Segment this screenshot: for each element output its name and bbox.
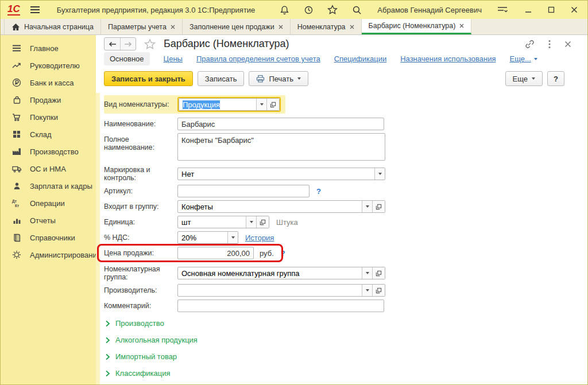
sidebar-item-glavnoe[interactable]: Главное bbox=[1, 40, 96, 57]
markirovka-input[interactable] bbox=[178, 168, 374, 180]
favorites-star-icon[interactable] bbox=[327, 4, 338, 15]
field-proizvoditel: Производитель: bbox=[104, 284, 587, 297]
truck-icon bbox=[11, 164, 22, 174]
section-proizvodstvo[interactable]: Производство bbox=[105, 319, 587, 328]
nav-link-ceny[interactable]: Цены bbox=[164, 55, 183, 63]
gear-icon bbox=[11, 250, 22, 260]
close-form-icon[interactable] bbox=[564, 41, 571, 48]
history-icon[interactable] bbox=[303, 4, 314, 15]
dropdown-icon[interactable] bbox=[362, 285, 372, 296]
field-nomenklaturnaya-gruppa: Номенклатурная группа: bbox=[104, 265, 587, 281]
sidebar-item-bank-i-kassa[interactable]: Банк и касса bbox=[1, 74, 96, 91]
service-menu-icon[interactable] bbox=[497, 4, 508, 15]
form-area: Барбарис (Номенклатура) Основное Цены bbox=[96, 35, 587, 384]
dropdown-icon[interactable] bbox=[227, 232, 238, 243]
field-markirovka: Маркировка и контроль: bbox=[104, 166, 587, 182]
istoriya-link[interactable]: История bbox=[245, 234, 274, 242]
tab-home[interactable]: Начальная страница bbox=[4, 19, 101, 34]
sidebar-item-spravochniki[interactable]: Справочники bbox=[1, 229, 96, 246]
nav-more-button[interactable]: Еще... bbox=[509, 55, 537, 63]
artikul-input[interactable] bbox=[177, 185, 310, 197]
kommentarij-input[interactable] bbox=[177, 300, 384, 312]
tab-nomenklatura[interactable]: Номенклатура bbox=[291, 19, 362, 34]
gruppa-input[interactable] bbox=[178, 201, 362, 212]
trend-chart-icon bbox=[11, 60, 22, 71]
nav-link-pravila-schetov[interactable]: Правила определения счетов учета bbox=[196, 55, 320, 63]
dt-kt-icon: ДтКт bbox=[11, 198, 22, 208]
help-button[interactable]: ? bbox=[547, 71, 564, 86]
dropdown-icon[interactable] bbox=[362, 267, 372, 279]
cena-prodazhi-input[interactable] bbox=[177, 247, 254, 259]
home-icon bbox=[11, 23, 20, 31]
open-icon[interactable] bbox=[372, 267, 385, 279]
close-tab-icon[interactable] bbox=[171, 25, 175, 29]
help-icon[interactable]: ? bbox=[281, 249, 285, 258]
section-alkogolnaya-produkciya[interactable]: Алкогольная продукция bbox=[105, 336, 587, 344]
save-and-close-button[interactable]: Записать и закрыть bbox=[104, 71, 193, 86]
tab-zapolnenie-cen[interactable]: Заполнение цен продажи bbox=[183, 19, 291, 34]
forward-button[interactable] bbox=[120, 38, 136, 50]
print-button[interactable]: Печать bbox=[249, 71, 308, 86]
minimize-icon[interactable] bbox=[522, 4, 535, 15]
sidebar-item-proizvodstvo[interactable]: Производство bbox=[1, 143, 96, 160]
highlighted-control: Продукция bbox=[177, 97, 281, 112]
ruble-circle-icon bbox=[11, 77, 22, 88]
close-tab-icon[interactable] bbox=[350, 25, 354, 29]
current-user[interactable]: Абрамов Геннадий Сергеевич bbox=[377, 6, 482, 14]
main-menu-icon[interactable] bbox=[29, 4, 41, 15]
section-importnyj-tovar[interactable]: Импортный товар bbox=[105, 352, 587, 361]
search-icon[interactable] bbox=[351, 4, 362, 15]
sidebar-item-operacii[interactable]: ДтКт Операции bbox=[1, 195, 96, 212]
chevron-down-icon bbox=[532, 77, 535, 80]
back-button[interactable] bbox=[105, 38, 120, 50]
open-icon[interactable] bbox=[372, 285, 385, 296]
sidebar-item-administrirovanie[interactable]: Администрирование bbox=[1, 246, 96, 263]
notifications-bell-icon[interactable] bbox=[278, 4, 290, 15]
chevron-down-icon bbox=[534, 58, 537, 60]
grid-squares-icon bbox=[11, 129, 22, 139]
maximize-icon[interactable] bbox=[545, 4, 558, 15]
save-button[interactable]: Записать bbox=[198, 71, 245, 86]
sidebar-item-pokupki[interactable]: Покупки bbox=[1, 108, 96, 126]
bar-chart-icon bbox=[11, 215, 22, 225]
close-tab-icon[interactable] bbox=[459, 24, 464, 28]
sidebar-item-prodazhi[interactable]: Продажи bbox=[1, 91, 96, 108]
dropdown-icon[interactable] bbox=[246, 216, 256, 228]
dropdown-icon[interactable] bbox=[374, 168, 385, 180]
section-klassifikaciya[interactable]: Классификация bbox=[105, 369, 587, 378]
nom-gruppa-input[interactable] bbox=[178, 267, 362, 279]
nav-tab-osnovnoe[interactable]: Основное bbox=[104, 52, 150, 65]
dropdown-icon[interactable] bbox=[362, 201, 372, 212]
sidebar-item-otchety[interactable]: Отчеты bbox=[1, 212, 96, 229]
more-menu-icon[interactable] bbox=[548, 40, 551, 49]
open-icon[interactable] bbox=[256, 216, 269, 228]
link-icon[interactable] bbox=[524, 39, 535, 49]
vid-nomenklatury-input[interactable]: Продукция bbox=[179, 99, 256, 110]
tab-parametry-ucheta[interactable]: Параметры учета bbox=[101, 19, 183, 34]
naimenovanie-input[interactable] bbox=[177, 118, 384, 130]
nav-link-naznacheniya[interactable]: Назначения использования bbox=[400, 55, 496, 63]
dropdown-icon[interactable] bbox=[256, 99, 266, 110]
edinica-input[interactable] bbox=[178, 216, 246, 228]
more-button[interactable]: Еще bbox=[505, 71, 543, 86]
tab-bar: Начальная страница Параметры учета Запол… bbox=[1, 19, 587, 35]
close-icon[interactable] bbox=[568, 4, 581, 15]
sidebar-item-sklad[interactable]: Склад bbox=[1, 126, 96, 143]
app-title: Бухгалтерия предприятия, редакция 3.0 1С… bbox=[57, 6, 256, 14]
tab-barbaris[interactable]: Барбарис (Номенклатура) bbox=[362, 19, 472, 34]
polnoe-naimenovanie-input[interactable]: Конфеты "Барбарис" bbox=[177, 133, 385, 161]
close-tab-icon[interactable] bbox=[278, 25, 283, 29]
open-icon[interactable] bbox=[372, 201, 385, 212]
nav-link-specifikacii[interactable]: Спецификации bbox=[334, 55, 387, 63]
help-icon[interactable]: ? bbox=[316, 187, 321, 196]
title-bar: 1С Бухгалтерия предприятия, редакция 3.0… bbox=[1, 1, 587, 19]
fields-panel: Вид номенклатуры: Продукция Наименование… bbox=[96, 93, 587, 385]
sidebar-item-os-i-nma[interactable]: ОС и НМА bbox=[1, 160, 96, 177]
sidebar-item-rukovoditelyu[interactable]: Руководителю bbox=[1, 57, 96, 74]
nds-input[interactable] bbox=[178, 232, 227, 243]
favorite-star-icon[interactable] bbox=[144, 38, 156, 50]
sidebar-item-zarplata-i-kadry[interactable]: Зарплата и кадры bbox=[1, 177, 96, 195]
open-icon[interactable] bbox=[266, 99, 279, 110]
field-vid-nomenklatury: Вид номенклатуры: Продукция bbox=[104, 95, 285, 114]
proizvoditel-input[interactable] bbox=[178, 285, 362, 296]
